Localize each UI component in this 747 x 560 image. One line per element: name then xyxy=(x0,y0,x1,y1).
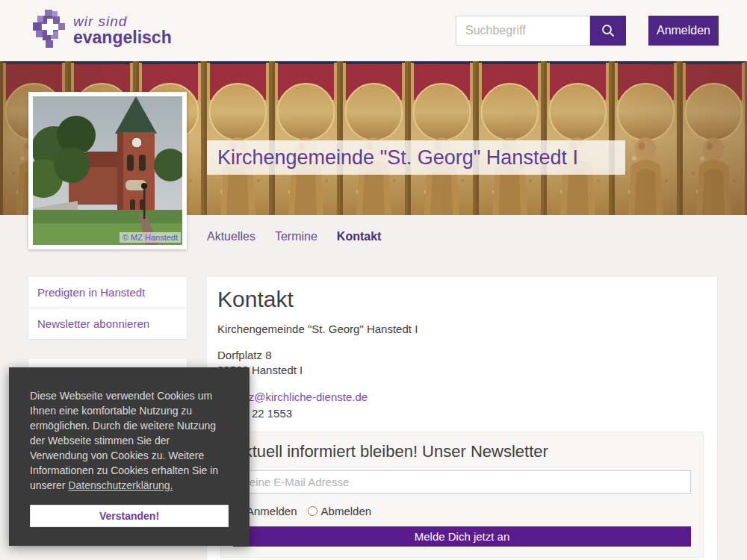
address: Dorfplatz 8 29582 Hanstedt I xyxy=(217,348,707,378)
logo-wordmark: evangelisch xyxy=(73,28,172,46)
cookie-banner: Diese Webseite verwendet Cookies um Ihne… xyxy=(9,367,249,546)
site-logo[interactable]: wir sind evangelisch xyxy=(33,10,172,50)
search-button[interactable] xyxy=(590,16,626,46)
sidebar-item-newsletter[interactable]: Newsletter abonnieren xyxy=(28,308,187,339)
nav-item-termine[interactable]: Termine xyxy=(275,230,317,243)
search-input[interactable] xyxy=(456,16,590,46)
logo-tagline: wir sind xyxy=(73,15,172,28)
radio-abmelden[interactable]: Abmelden xyxy=(308,505,372,517)
address-street: Dorfplatz 8 xyxy=(217,349,272,361)
newsletter-options: Anmelden Abmelden xyxy=(233,505,691,517)
pixel-cross-icon xyxy=(33,10,67,50)
privacy-policy-link[interactable]: Datenschutzerklärung. xyxy=(68,479,173,491)
photo-credit: © MZ Hanstedt xyxy=(120,232,181,243)
sidebar-item-predigten[interactable]: Predigten in Hanstedt xyxy=(28,277,187,308)
newsletter-heading: Aktuell informiert bleiben! Unser Newsle… xyxy=(233,443,691,461)
newsletter-email-input[interactable] xyxy=(233,470,691,494)
section-nav: Aktuelles Termine Kontakt xyxy=(207,215,381,258)
page-title: Kirchengemeinde "St. Georg" Hanstedt I xyxy=(207,140,625,175)
cookie-accept-button[interactable]: Verstanden! xyxy=(30,505,229,527)
newsletter-submit-button[interactable]: Melde Dich jetzt an xyxy=(233,526,691,547)
nav-item-aktuelles[interactable]: Aktuelles xyxy=(207,230,255,243)
main-content: Kontakt Kirchengemeinde "St. Georg" Hans… xyxy=(207,277,717,560)
page: wir sind evangelisch Anmelden xyxy=(0,0,747,560)
newsletter-panel: Aktuell informiert bleiben! Unser Newsle… xyxy=(220,432,704,558)
search-bar xyxy=(456,16,626,46)
church-photo-card: © MZ Hanstedt xyxy=(28,92,187,249)
cookie-text: Diese Webseite verwendet Cookies um Ihne… xyxy=(30,390,218,491)
radio-abmelden-input[interactable] xyxy=(308,506,317,516)
phone-number: 05822 22 1553 xyxy=(217,408,707,420)
search-icon xyxy=(601,23,616,38)
org-name: Kirchengemeinde "St. Georg" Hanstedt I xyxy=(217,323,707,335)
church-photo xyxy=(33,96,182,245)
nav-item-kontakt[interactable]: Kontakt xyxy=(337,230,382,243)
content-heading: Kontakt xyxy=(217,287,707,311)
site-header: wir sind evangelisch Anmelden xyxy=(0,0,747,61)
login-button[interactable]: Anmelden xyxy=(648,16,719,46)
